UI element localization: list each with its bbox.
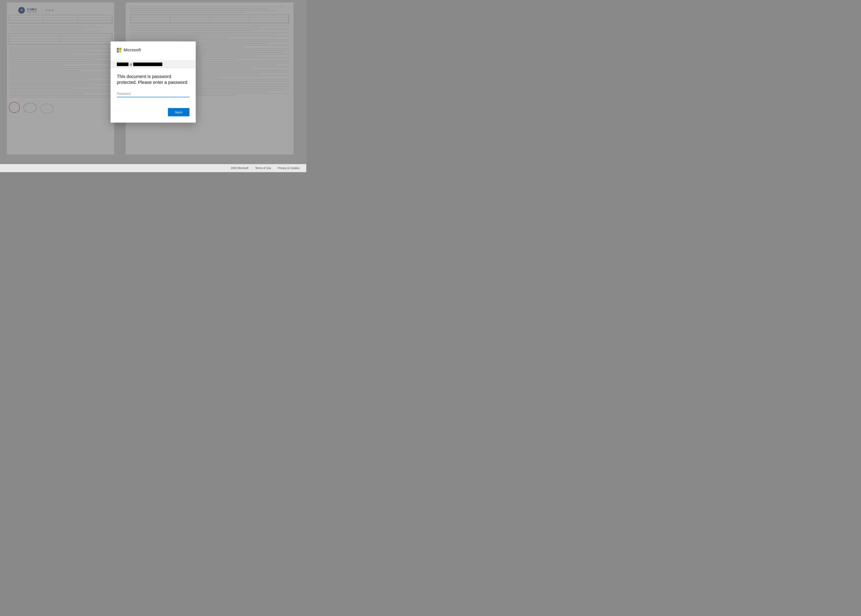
microsoft-logo-grid xyxy=(117,48,121,52)
email-bar: @ xyxy=(110,61,196,68)
ms-square-red xyxy=(117,48,119,50)
email-at-symbol: @ xyxy=(129,63,132,66)
modal-footer: Next xyxy=(110,108,196,123)
ms-square-yellow xyxy=(119,50,121,52)
footer-privacy-link[interactable]: Privacy & Cookies xyxy=(278,167,300,170)
password-field-wrapper xyxy=(117,91,190,97)
ms-square-blue xyxy=(117,50,119,52)
password-input[interactable] xyxy=(117,91,190,97)
microsoft-logo: Microsoft xyxy=(117,48,190,52)
page-footer: 2020 Microsoft Terms of Use Privacy & Co… xyxy=(0,164,306,172)
email-domain-redacted xyxy=(133,63,162,66)
password-modal: Microsoft @ This document is password pr… xyxy=(110,41,196,123)
next-button[interactable]: Next xyxy=(168,108,190,116)
footer-copyright: 2020 Microsoft xyxy=(231,167,248,170)
modal-title: This document is password protected. Ple… xyxy=(117,74,190,85)
ms-square-green xyxy=(119,48,121,50)
modal-body: This document is password protected. Ple… xyxy=(110,68,196,108)
footer-terms-link[interactable]: Terms of Use xyxy=(255,167,271,170)
microsoft-brand-text: Microsoft xyxy=(124,48,141,52)
modal-header: Microsoft xyxy=(110,41,196,61)
email-username-redacted xyxy=(117,63,129,66)
